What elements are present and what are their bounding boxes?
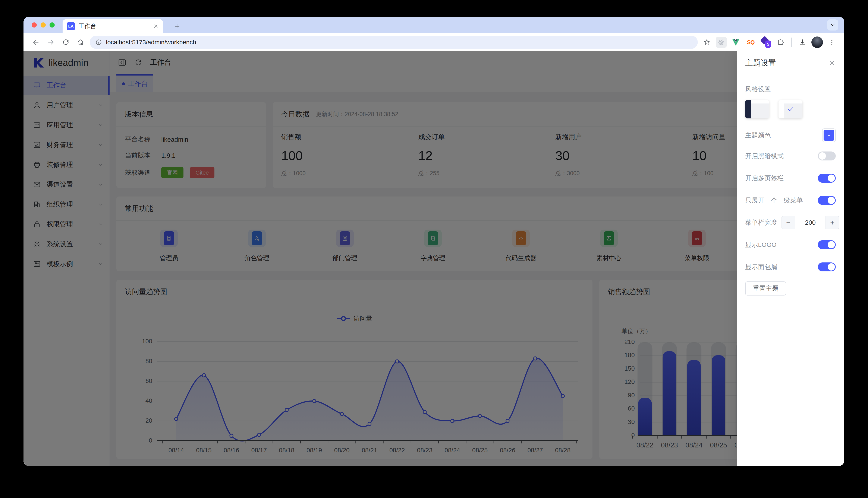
layout-style-light-sidebar[interactable] [779,100,802,118]
reload-icon[interactable] [60,36,72,48]
drawer-title: 主题设置 [745,58,776,68]
browser-tab[interactable]: LA 工作台 [63,19,163,33]
multi-tab-toggle[interactable] [818,174,836,183]
chevron-down-icon [826,132,832,138]
dark-mode-row: 开启黑暗模式 [745,145,836,167]
url-text[interactable]: localhost:5173/admin/workbench [106,39,196,46]
app-viewport: likeadmin 工作台用户管理应用管理财务管理装修管理渠道设置组织管理权限管… [24,51,844,466]
increase-width-button[interactable]: + [826,217,839,229]
theme-color-row: 主题颜色 [745,126,836,145]
tab-title: 工作台 [78,22,150,30]
reset-theme-button[interactable]: 重置主题 [745,281,786,296]
drawer-close-icon[interactable] [829,59,836,67]
extension-sq-icon[interactable]: SQ [745,36,757,48]
multi-tab-row: 开启多页签栏 [745,167,836,189]
favicon: LA [67,22,75,30]
show-breadcrumb-toggle[interactable] [818,262,836,272]
toolbar-divider [791,38,792,47]
close-window-button[interactable] [31,23,37,27]
menu-width-row: 菜单栏宽度 − 200 + [745,211,836,234]
single-menu-row: 只展开一个一级菜单 [745,189,836,211]
tab-overflow-button[interactable] [827,19,838,30]
profile-avatar[interactable] [812,37,823,48]
theme-color-label: 主题颜色 [745,131,771,140]
forward-icon[interactable] [45,36,57,48]
browser-menu-icon[interactable] [826,36,838,48]
drawer-modal-overlay[interactable] [24,51,844,466]
single-expand-toggle[interactable] [818,196,836,205]
style-section-label: 风格设置 [745,85,836,94]
decrease-width-button[interactable]: − [782,217,795,229]
browser-toolbar: localhost:5173/admin/workbench SQ 5 [24,33,844,51]
extensions-puzzle-icon[interactable] [775,36,787,48]
downloads-icon[interactable] [796,36,808,48]
zoom-window-button[interactable] [50,23,55,27]
bookmark-star-icon[interactable] [701,36,713,48]
browser-window: LA 工作台 localhost:5173/admin/workbench [24,17,844,466]
menu-width-stepper: − 200 + [781,216,839,229]
extension-react-devtools-icon[interactable] [716,37,727,48]
traffic-lights [31,23,55,27]
site-info-icon[interactable] [95,39,102,45]
selected-check-icon [779,100,802,118]
extension-vue-devtools-icon[interactable] [730,36,742,48]
browser-tabstrip: LA 工作台 [24,17,844,33]
show-logo-row: 显示LOGO [745,234,836,256]
address-bar[interactable]: localhost:5173/admin/workbench [90,36,698,49]
extension-s5-icon[interactable]: 5 [760,36,772,48]
dark-mode-toggle[interactable] [818,152,836,160]
theme-color-picker[interactable] [822,129,836,142]
new-tab-button[interactable] [171,21,183,32]
layout-style-dark-sidebar[interactable] [745,100,769,118]
tab-close-icon[interactable] [153,24,159,29]
back-icon[interactable] [30,36,42,48]
minimize-window-button[interactable] [41,23,46,27]
theme-settings-drawer: 主题设置 风格设置 主题颜色 [737,51,844,466]
menu-width-input[interactable]: 200 [795,217,826,229]
show-breadcrumb-row: 显示面包屑 [745,256,836,278]
home-icon[interactable] [75,36,87,48]
show-logo-toggle[interactable] [818,240,836,249]
